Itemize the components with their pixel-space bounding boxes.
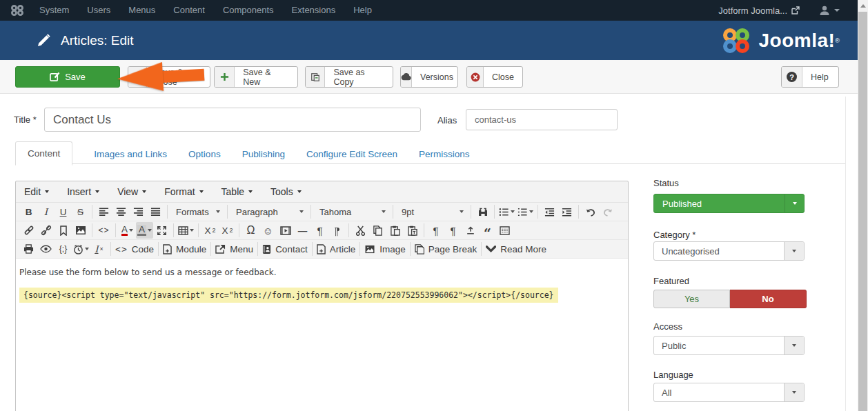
paste-as-text-icon[interactable] bbox=[404, 222, 421, 239]
underline-icon[interactable]: U bbox=[55, 203, 72, 220]
title-input[interactable]: Contact Us bbox=[44, 108, 421, 132]
align-right-icon[interactable] bbox=[130, 203, 147, 220]
category-dropdown-toggle[interactable] bbox=[784, 242, 804, 260]
horizontal-rule-icon[interactable]: — bbox=[294, 222, 311, 239]
menu-button[interactable]: Menu bbox=[214, 241, 255, 257]
italic-icon[interactable]: I bbox=[37, 203, 55, 220]
contact-button[interactable]: Contact bbox=[261, 241, 309, 257]
editor-content-area[interactable]: Please use the form below to send us a m… bbox=[16, 259, 628, 411]
scrollbar-up-arrow[interactable] bbox=[858, 0, 868, 12]
module-button[interactable]: Module bbox=[161, 241, 208, 257]
image-button[interactable]: Image bbox=[363, 241, 407, 257]
nonbreaking-icon[interactable] bbox=[462, 222, 479, 239]
subscript-icon[interactable]: X2 bbox=[201, 222, 219, 239]
outdent-icon[interactable] bbox=[541, 203, 558, 220]
find-replace-icon[interactable] bbox=[474, 203, 491, 220]
undo-icon[interactable] bbox=[582, 203, 599, 220]
topbar-menu-extensions[interactable]: Extensions bbox=[283, 0, 345, 21]
emoticons-icon[interactable]: ☺ bbox=[259, 222, 277, 239]
article-button[interactable]: Article bbox=[315, 241, 357, 257]
link-icon[interactable] bbox=[20, 222, 37, 239]
access-dropdown-toggle[interactable] bbox=[784, 337, 804, 354]
tab-publishing[interactable]: Publishing bbox=[242, 143, 285, 166]
superscript-icon[interactable]: X2 bbox=[219, 222, 236, 239]
tab-images-links[interactable]: Images and Links bbox=[94, 143, 167, 166]
table-icon[interactable] bbox=[177, 222, 195, 239]
font-family-dropdown[interactable]: Tahoma bbox=[314, 203, 390, 220]
access-select[interactable]: Public bbox=[653, 336, 805, 355]
scrollbar-thumb[interactable] bbox=[858, 12, 867, 411]
featured-yes-button[interactable]: Yes bbox=[653, 290, 730, 308]
preview-icon[interactable] bbox=[37, 241, 55, 257]
help-button[interactable]: ? Help bbox=[781, 66, 839, 88]
paste-icon[interactable] bbox=[386, 222, 404, 239]
save-new-button[interactable]: Save & New bbox=[214, 66, 298, 88]
special-character-icon[interactable]: Ω bbox=[242, 222, 259, 239]
save-copy-button[interactable]: Save as Copy bbox=[305, 66, 393, 88]
tab-configure-edit-screen[interactable]: Configure Edit Screen bbox=[306, 143, 397, 166]
topbar-menu-menus[interactable]: Menus bbox=[119, 0, 164, 21]
ltr-icon[interactable]: ¶ bbox=[311, 222, 328, 239]
font-size-dropdown[interactable]: 9pt bbox=[396, 203, 468, 220]
editor-menu-tools[interactable]: Tools bbox=[270, 186, 302, 197]
close-button[interactable]: Close bbox=[466, 66, 523, 88]
source-code-icon[interactable]: <> bbox=[95, 222, 112, 239]
clear-formatting-icon[interactable]: I× bbox=[90, 241, 108, 257]
topbar-menu-components[interactable]: Components bbox=[214, 0, 283, 21]
read-more-button[interactable]: Read More bbox=[484, 241, 548, 257]
visual-chars-icon[interactable]: ¶ bbox=[444, 222, 462, 239]
strikethrough-icon[interactable]: S bbox=[72, 203, 89, 220]
code-button[interactable]: <>Code bbox=[114, 241, 155, 257]
anchor-icon[interactable] bbox=[55, 222, 72, 239]
insert-datetime-icon[interactable] bbox=[72, 241, 90, 257]
language-dropdown-toggle[interactable] bbox=[784, 383, 804, 401]
editor-menu-table[interactable]: Table bbox=[221, 186, 253, 197]
template-icon[interactable] bbox=[496, 222, 513, 239]
page-break-button[interactable]: Page Break bbox=[413, 241, 479, 257]
tab-content[interactable]: Content bbox=[15, 141, 72, 166]
language-select[interactable]: All bbox=[653, 383, 805, 402]
tab-permissions[interactable]: Permissions bbox=[419, 143, 470, 166]
alias-input[interactable]: contact-us bbox=[466, 109, 618, 130]
user-menu[interactable] bbox=[819, 5, 840, 16]
unlink-icon[interactable] bbox=[37, 222, 55, 239]
category-select[interactable]: Uncategorised bbox=[653, 241, 805, 261]
insert-media-icon[interactable] bbox=[277, 222, 294, 239]
editor-menu-insert[interactable]: Insert bbox=[67, 186, 99, 197]
topbar-menu-system[interactable]: System bbox=[30, 0, 78, 21]
indent-icon[interactable] bbox=[558, 203, 575, 220]
status-dropdown[interactable]: Published bbox=[653, 194, 805, 213]
align-center-icon[interactable] bbox=[112, 203, 130, 220]
versions-button[interactable]: Versions bbox=[400, 66, 458, 88]
style-snippet-icon[interactable]: {;} bbox=[55, 241, 72, 257]
insert-image-icon[interactable] bbox=[72, 222, 89, 239]
featured-no-button[interactable]: No bbox=[730, 290, 807, 308]
numbered-list-icon[interactable] bbox=[516, 203, 535, 220]
topbar-menu-content[interactable]: Content bbox=[164, 0, 214, 21]
background-color-icon[interactable]: A bbox=[136, 222, 153, 239]
align-justify-icon[interactable] bbox=[147, 203, 164, 220]
tab-options[interactable]: Options bbox=[188, 143, 221, 166]
print-icon[interactable] bbox=[20, 241, 37, 257]
blockquote-icon[interactable]: “ bbox=[479, 225, 496, 241]
topbar-menu-users[interactable]: Users bbox=[78, 0, 119, 21]
fullscreen-icon[interactable] bbox=[153, 222, 170, 239]
paragraph-dropdown[interactable]: Paragraph bbox=[230, 203, 308, 220]
status-dropdown-toggle[interactable] bbox=[785, 194, 804, 212]
bullet-list-icon[interactable] bbox=[497, 203, 516, 220]
editor-menu-format[interactable]: Format bbox=[164, 186, 203, 197]
formats-dropdown[interactable]: Formats bbox=[170, 203, 224, 220]
save-button[interactable]: Save bbox=[15, 66, 120, 88]
editor-menu-edit[interactable]: Edit bbox=[24, 186, 49, 197]
rtl-icon[interactable]: ¶ bbox=[328, 222, 346, 239]
site-preview-link[interactable]: Jotform Joomla... bbox=[718, 6, 800, 16]
bold-icon[interactable]: B bbox=[20, 203, 37, 220]
text-color-icon[interactable]: A bbox=[119, 222, 136, 239]
topbar-menu-help[interactable]: Help bbox=[344, 0, 381, 21]
visual-blocks-icon[interactable]: ¶ bbox=[427, 222, 444, 239]
cut-icon[interactable] bbox=[352, 222, 369, 239]
copy-icon[interactable] bbox=[369, 222, 386, 239]
redo-icon[interactable] bbox=[599, 203, 616, 220]
editor-menu-view[interactable]: View bbox=[117, 186, 146, 197]
align-left-icon[interactable] bbox=[95, 203, 112, 220]
